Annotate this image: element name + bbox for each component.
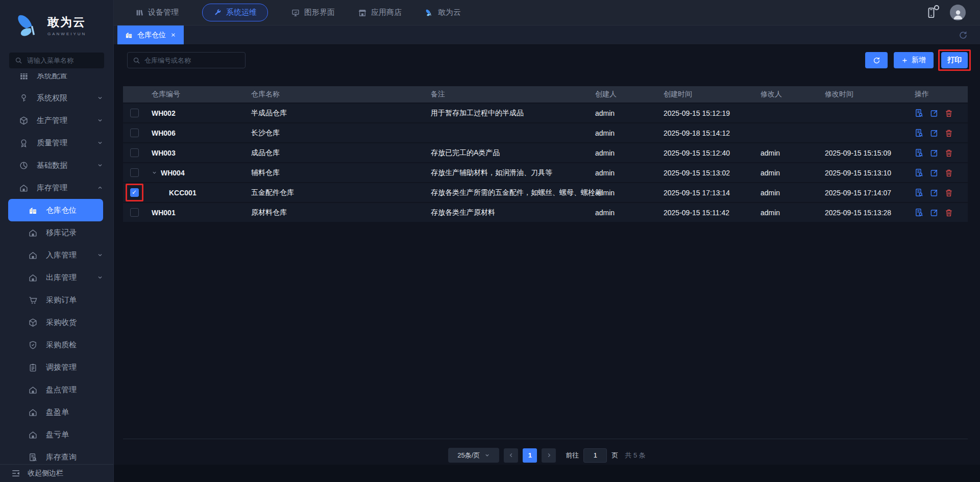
add-button[interactable]: 新增 <box>894 52 934 68</box>
table-row: KCC001 五金配件仓库 存放各类生产所需的五金配件，如螺丝、螺母、螺栓等 a… <box>123 183 968 202</box>
trash-icon <box>945 149 953 157</box>
sidebar-item[interactable]: 基础数据 <box>0 154 113 176</box>
edit-icon <box>930 209 938 217</box>
edit-button[interactable] <box>930 129 938 137</box>
sidebar-item[interactable]: 出库管理 <box>0 266 113 289</box>
sidebar-item-label: 仓库仓位 <box>46 206 77 215</box>
add-button-label: 新增 <box>912 56 926 65</box>
row-expand-chevron-icon[interactable] <box>152 170 157 175</box>
open-tabs-bar: 仓库仓位 <box>114 26 980 45</box>
sidebar-item-icon <box>29 206 37 215</box>
sidebar-item[interactable]: 仓库仓位 <box>8 199 103 221</box>
delete-button[interactable] <box>945 189 953 197</box>
warehouse-search-input[interactable] <box>144 57 240 64</box>
sidebar-item[interactable]: 库存管理 <box>0 176 113 199</box>
sidebar-item-icon <box>19 73 28 80</box>
print-button[interactable]: 打印 <box>941 52 968 68</box>
view-button[interactable] <box>915 168 923 177</box>
topnav-item[interactable]: 设备管理 <box>135 8 179 17</box>
collapse-sidebar-button[interactable]: 收起侧边栏 <box>0 464 113 482</box>
edit-icon <box>930 129 938 137</box>
delete-button[interactable] <box>945 169 953 177</box>
sidebar-item[interactable]: 采购质检 <box>0 334 113 356</box>
topnav-item[interactable]: 应用商店 <box>358 8 402 17</box>
sidebar-item[interactable]: 盘盈单 <box>0 401 113 423</box>
brand-name: 敢为云 <box>47 14 86 30</box>
delete-button[interactable] <box>945 209 953 217</box>
warehouse-name: 原材料仓库 <box>245 208 425 217</box>
modifier: admin <box>754 189 819 197</box>
menu-search-input[interactable] <box>27 57 99 64</box>
view-button[interactable] <box>915 148 923 157</box>
topnav-item[interactable]: 图形界面 <box>291 8 335 17</box>
sidebar-item-label: 库存查询 <box>46 452 77 462</box>
tab-warehouse-location[interactable]: 仓库仓位 <box>117 26 184 44</box>
chevron-icon <box>97 95 103 101</box>
sidebar-item-icon <box>29 229 37 237</box>
user-avatar[interactable] <box>950 5 966 20</box>
prev-page-button[interactable] <box>504 448 518 463</box>
sidebar-item[interactable]: 采购收货 <box>0 311 113 334</box>
search-icon <box>133 57 140 64</box>
topnav-item[interactable]: 系统运维 <box>202 4 268 21</box>
person-icon <box>952 8 964 20</box>
current-page-button[interactable]: 1 <box>523 448 537 463</box>
sidebar-item[interactable]: 调拨管理 <box>0 356 113 378</box>
sidebar-item-icon <box>29 386 37 394</box>
warehouse-search-box[interactable] <box>127 52 246 68</box>
view-button[interactable] <box>915 109 923 117</box>
topnav-item-label: 系统运维 <box>226 8 257 17</box>
view-button[interactable] <box>915 188 923 197</box>
edit-button[interactable] <box>930 189 938 197</box>
topnav-item-label: 设备管理 <box>148 8 179 17</box>
refresh-button[interactable] <box>865 52 888 68</box>
edit-button[interactable] <box>930 209 938 217</box>
trash-icon <box>945 209 953 217</box>
row-checkbox[interactable] <box>130 208 139 217</box>
page-unit-label: 页 <box>611 451 618 460</box>
goto-page-input[interactable] <box>583 448 607 463</box>
creator: admin <box>589 189 657 197</box>
row-checkbox[interactable] <box>130 109 139 117</box>
delete-button[interactable] <box>945 129 953 137</box>
row-checkbox[interactable] <box>130 168 139 177</box>
sidebar-item-label: 质量管理 <box>37 138 67 148</box>
page-size-select[interactable]: 25条/页 <box>448 448 499 463</box>
sidebar-item[interactable]: 系统配置 <box>0 73 113 87</box>
sidebar-item[interactable]: 生产管理 <box>0 109 113 132</box>
creator: admin <box>589 169 657 177</box>
edit-button[interactable] <box>930 149 938 157</box>
sidebar-menu-search[interactable] <box>9 53 104 68</box>
sidebar-item[interactable]: 采购订单 <box>0 289 113 311</box>
view-button[interactable] <box>915 208 923 217</box>
delete-button[interactable] <box>945 149 953 157</box>
row-checkbox[interactable] <box>130 148 139 157</box>
next-page-button[interactable] <box>542 448 556 463</box>
sidebar-item[interactable]: 质量管理 <box>0 132 113 154</box>
col-warehouse-code: 仓库编号 <box>145 90 245 99</box>
sidebar-item[interactable]: 移库记录 <box>0 221 113 244</box>
sidebar-item[interactable]: 盘亏单 <box>0 423 113 446</box>
sidebar-item[interactable]: 库存查询 <box>0 446 113 464</box>
sidebar-item[interactable]: 系统权限 <box>0 87 113 109</box>
sidebar-menu: 系统配置 系统权限 生产管理 质量管理 基础数据 库存管理 仓库仓位 移库记录 <box>0 73 113 464</box>
sidebar-item[interactable]: 盘点管理 <box>0 378 113 401</box>
modifier: admin <box>754 149 819 157</box>
mobile-app-button[interactable] <box>925 7 937 18</box>
row-checkbox[interactable] <box>130 129 139 137</box>
collapse-sidebar-label: 收起侧边栏 <box>28 469 63 478</box>
edit-button[interactable] <box>930 109 938 117</box>
edit-button[interactable] <box>930 169 938 177</box>
delete-button[interactable] <box>945 109 953 117</box>
page-refresh-button[interactable] <box>959 30 968 40</box>
sidebar-item[interactable]: 入库管理 <box>0 244 113 266</box>
modified-time: 2025-09-15 15:13:10 <box>819 169 909 177</box>
warehouse-code: KCC001 <box>169 189 197 197</box>
sidebar-item-label: 盘点管理 <box>46 385 77 395</box>
topnav-item[interactable]: 敢为云 <box>425 8 461 17</box>
edit-icon <box>930 149 938 157</box>
building-icon <box>125 31 133 39</box>
close-icon[interactable] <box>170 32 176 38</box>
row-checkbox[interactable] <box>130 188 139 197</box>
view-button[interactable] <box>915 129 923 137</box>
